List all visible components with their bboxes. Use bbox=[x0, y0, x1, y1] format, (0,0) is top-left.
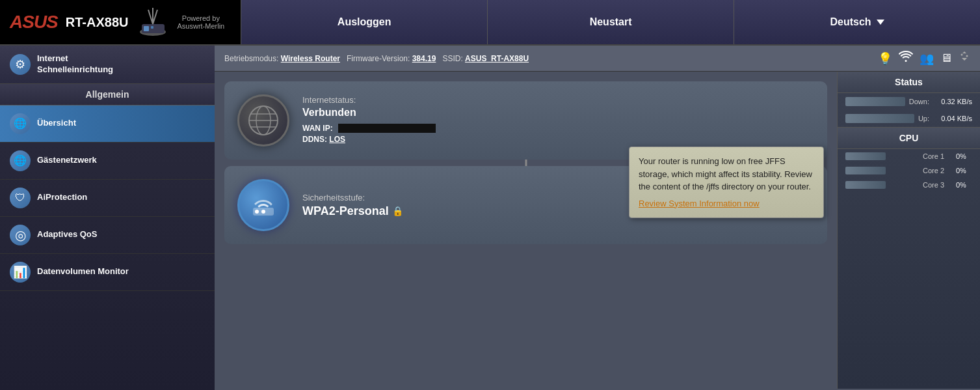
wan-ip-masked bbox=[338, 124, 436, 133]
sidebar-item-adaptives-qos[interactable]: ◎ Adaptives QoS bbox=[0, 217, 215, 254]
traffic-up-row: Up: 0.04 KB/s bbox=[838, 110, 980, 127]
up-value: 0.04 KB/s bbox=[933, 115, 972, 122]
traffic-section-header: Status bbox=[838, 72, 980, 93]
sidebar-label-aiprotection: AiProtection bbox=[37, 192, 87, 203]
cpu-core1-bar-container bbox=[845, 152, 919, 160]
internetstatus-value: Verbunden bbox=[302, 107, 814, 118]
ssid-label: SSID: ASUS_RT-AX88U bbox=[442, 54, 529, 63]
gaestenetzwerk-icon: 🌐 bbox=[10, 150, 31, 171]
sidebar-label-gaestenetzwerk: Gästenetzwerk bbox=[37, 155, 97, 166]
uebersicht-icon: 🌐 bbox=[10, 113, 31, 134]
main-content: Internetstatus: Verbunden WAN IP: DDNS: … bbox=[215, 72, 980, 389]
quick-setup-label: InternetSchnelleinrichtung bbox=[37, 53, 113, 76]
sidebar-label-uebersicht: Übersicht bbox=[37, 118, 76, 129]
wifi-status-icon[interactable] bbox=[899, 51, 913, 66]
down-value: 0.32 KB/s bbox=[933, 98, 972, 105]
logout-button[interactable]: Ausloggen bbox=[241, 0, 487, 44]
down-bar bbox=[845, 97, 905, 106]
betriebsmodus-value[interactable]: Wireless Router bbox=[281, 54, 340, 63]
status-bar: Betriebsmodus: Wireless Router Firmware-… bbox=[215, 46, 980, 72]
model-name: RT-AX88U bbox=[66, 15, 129, 30]
ddns-row: DDNS: LOS bbox=[302, 135, 814, 144]
qos-icon: ◎ bbox=[10, 225, 31, 245]
review-system-info-link[interactable]: Review System Information now bbox=[639, 197, 814, 210]
cpu-core3-bar bbox=[845, 181, 886, 189]
notification-icon[interactable]: 💡 bbox=[878, 51, 892, 66]
cpu-core2-row: Core 2 0% bbox=[838, 163, 980, 178]
jffs-warning-tooltip: Your router is running low on free JFFS … bbox=[629, 146, 824, 218]
lock-icon: 🔒 bbox=[392, 206, 403, 216]
up-label: Up: bbox=[918, 115, 929, 122]
content-area: Betriebsmodus: Wireless Router Firmware-… bbox=[215, 46, 980, 390]
firmware-label: Firmware-Version: 384.19 bbox=[347, 54, 436, 63]
wifi-router-icon bbox=[237, 179, 289, 231]
logo-area: ASUS RT-AX88U Powered by Asuswrt-Merlin bbox=[0, 0, 241, 44]
internet-globe-icon bbox=[237, 94, 289, 146]
tooltip-message: Your router is running low on free JFFS … bbox=[639, 156, 812, 191]
monitor-icon[interactable]: 🖥 bbox=[940, 51, 952, 65]
users-icon[interactable]: 👥 bbox=[920, 51, 934, 66]
usb-icon[interactable] bbox=[959, 51, 970, 66]
cpu-core2-value: 0% bbox=[956, 167, 972, 174]
sidebar-label-datenvolumen: Datenvolumen Monitor bbox=[37, 266, 129, 277]
cpu-core1-value: 0% bbox=[956, 152, 972, 160]
down-bar-container bbox=[845, 97, 905, 106]
svg-rect-3 bbox=[151, 26, 153, 29]
router-image-icon bbox=[135, 5, 171, 40]
aiprotection-icon: 🛡 bbox=[10, 188, 31, 208]
status-icons: 💡 👥 🖥 bbox=[878, 51, 970, 66]
cpu-core2-bar-container bbox=[845, 167, 919, 174]
cpu-core1-bar bbox=[845, 152, 886, 160]
firmware-value[interactable]: 384.19 bbox=[412, 54, 436, 63]
sidebar-item-uebersicht[interactable]: 🌐 Übersicht bbox=[0, 105, 215, 143]
svg-point-15 bbox=[255, 210, 259, 214]
datenvolumen-icon: 📊 bbox=[10, 262, 31, 283]
cpu-core3-bar-container bbox=[845, 181, 919, 189]
sidebar-label-qos: Adaptives QoS bbox=[37, 229, 97, 240]
ddns-value[interactable]: LOS bbox=[329, 135, 345, 144]
cpu-core1-label: Core 1 bbox=[923, 152, 952, 160]
internetstatus-label: Internetstatus: bbox=[302, 95, 814, 105]
betriebsmodus-label: Betriebsmodus: Wireless Router bbox=[224, 54, 340, 63]
sidebar-item-aiprotection[interactable]: 🛡 AiProtection bbox=[0, 180, 215, 217]
sidebar-section-allgemein: Allgemein bbox=[0, 84, 215, 105]
sidebar-item-internet-schnelleinrichtung[interactable]: ⚙ InternetSchnelleinrichtung bbox=[0, 46, 215, 84]
up-bar-container bbox=[845, 114, 914, 123]
asus-logo: ASUS bbox=[10, 12, 58, 33]
right-panel: Status Down: 0.32 KB/s Up: 0.04 KB/s CPU bbox=[837, 72, 980, 389]
language-button[interactable]: Deutsch bbox=[734, 0, 980, 44]
traffic-down-row: Down: 0.32 KB/s bbox=[838, 93, 980, 110]
quick-setup-icon: ⚙ bbox=[10, 54, 31, 75]
down-label: Down: bbox=[909, 98, 929, 105]
cpu-core2-label: Core 2 bbox=[923, 167, 952, 174]
sidebar-item-datenvolumen-monitor[interactable]: 📊 Datenvolumen Monitor bbox=[0, 254, 215, 291]
restart-button[interactable]: Neustart bbox=[487, 0, 734, 44]
chevron-down-icon bbox=[877, 20, 884, 25]
cpu-core1-row: Core 1 0% bbox=[838, 149, 980, 163]
svg-point-16 bbox=[261, 210, 265, 214]
network-diagram: Internetstatus: Verbunden WAN IP: DDNS: … bbox=[215, 72, 837, 389]
svg-point-8 bbox=[966, 55, 968, 57]
ssid-value[interactable]: ASUS_RT-AX88U bbox=[465, 54, 529, 63]
svg-rect-2 bbox=[144, 26, 149, 31]
sidebar-item-gaestenetzwerk[interactable]: 🌐 Gästenetzwerk bbox=[0, 143, 215, 180]
cpu-core3-label: Core 3 bbox=[923, 181, 952, 189]
internet-info: Internetstatus: Verbunden WAN IP: DDNS: … bbox=[302, 95, 814, 146]
cpu-section-header: CPU bbox=[838, 127, 980, 149]
svg-line-6 bbox=[153, 10, 157, 24]
main-layout: ⚙ InternetSchnelleinrichtung Allgemein 🌐… bbox=[0, 46, 980, 390]
top-header: ASUS RT-AX88U Powered by Asuswrt-Merlin … bbox=[0, 0, 980, 46]
cpu-core2-bar bbox=[845, 167, 886, 174]
svg-line-4 bbox=[148, 10, 153, 24]
up-bar bbox=[845, 114, 914, 123]
sicherheitsstufe-label: Sicherheitsstufe: bbox=[302, 193, 403, 202]
wifi-info: Sicherheitsstufe: WPA2-Personal 🔒 bbox=[302, 193, 403, 218]
svg-point-7 bbox=[961, 54, 963, 56]
cpu-core3-row: Core 3 0% bbox=[838, 178, 980, 192]
sicherheitsstufe-value: WPA2-Personal 🔒 bbox=[302, 204, 403, 218]
wan-ip-row: WAN IP: bbox=[302, 124, 814, 133]
sidebar: ⚙ InternetSchnelleinrichtung Allgemein 🌐… bbox=[0, 46, 215, 390]
nav-buttons: Ausloggen Neustart Deutsch bbox=[241, 0, 980, 44]
cpu-core3-value: 0% bbox=[956, 181, 972, 189]
powered-by: Powered by Asuswrt-Merlin bbox=[178, 14, 225, 30]
